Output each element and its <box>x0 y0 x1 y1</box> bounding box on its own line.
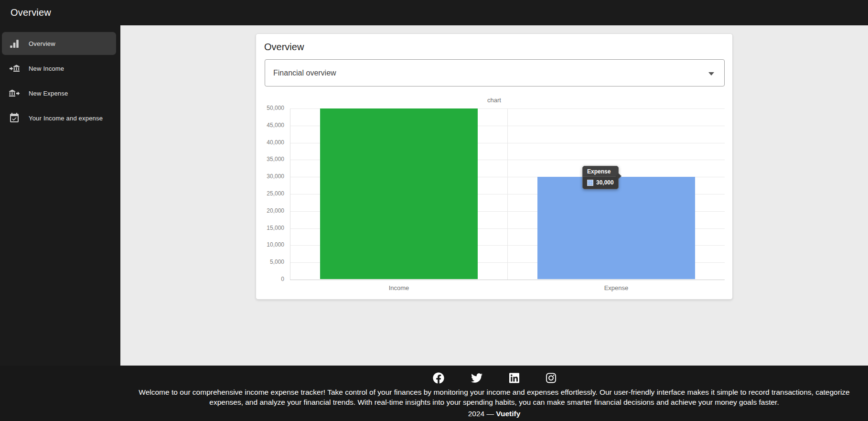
sidebar-item-overview[interactable]: Overview <box>2 32 116 55</box>
calendar-check-icon <box>9 112 20 124</box>
x-gridline <box>507 108 508 280</box>
sidebar-item-label: Your Income and expense <box>29 115 103 122</box>
y-axis-tick-label: 10,000 <box>256 241 284 248</box>
sidebar-item-label: New Expense <box>29 90 68 97</box>
social-links <box>120 366 868 384</box>
y-axis-tick-label: 15,000 <box>256 225 284 231</box>
y-axis-tick-label: 30,000 <box>256 173 284 180</box>
sidebar: Overview New Income New Expense Your Inc… <box>0 25 120 366</box>
footer-dash: — <box>486 410 494 418</box>
main-content: Overview Financial overview chart 50,000… <box>120 25 868 366</box>
sidebar-item-new-expense[interactable]: New Expense <box>2 82 116 105</box>
tooltip-value: 30,000 <box>596 179 614 186</box>
instagram-icon[interactable] <box>546 372 556 384</box>
overview-card: Overview Financial overview chart 50,000… <box>256 33 733 300</box>
y-axis-tick-label: 45,000 <box>256 122 284 129</box>
bar-income[interactable] <box>320 108 478 279</box>
sidebar-item-label: Overview <box>29 40 55 47</box>
footer-copyright: 2024 — Vuetify <box>120 410 868 418</box>
tooltip-title: Expense <box>583 166 618 177</box>
sidebar-item-your-income-and-expense[interactable]: Your Income and expense <box>2 107 116 130</box>
chart-tooltip: Expense 30,000 <box>582 166 619 189</box>
y-axis-tick-label: 5,000 <box>256 259 284 265</box>
y-axis-tick-label: 50,000 <box>256 105 284 111</box>
sidebar-item-label: New Income <box>29 65 64 72</box>
y-axis-tick-label: 25,000 <box>256 190 284 197</box>
y-axis-tick-label: 40,000 <box>256 139 284 146</box>
bank-transfer-out-icon <box>9 87 20 99</box>
y-axis-tick-label: 0 <box>256 276 284 282</box>
y-axis-tick-label: 20,000 <box>256 207 284 214</box>
sidebar-item-new-income[interactable]: New Income <box>2 57 116 80</box>
bar-expense[interactable] <box>537 177 695 279</box>
y-axis-tick-label: 35,000 <box>256 156 284 162</box>
y-axis-line <box>290 108 290 280</box>
footer-year: 2024 <box>468 410 484 418</box>
tooltip-series-swatch <box>587 180 593 186</box>
footer-brand: Vuetify <box>496 410 520 418</box>
app-bar: Overview <box>0 0 868 25</box>
x-axis-category-label: Income <box>370 284 428 291</box>
x-axis-category-label: Expense <box>588 284 645 291</box>
y-gridline <box>290 280 725 280</box>
chart: chart 50,00045,00040,00035,00030,00025,0… <box>256 34 732 299</box>
linkedin-icon[interactable] <box>509 372 519 384</box>
bar-chart-icon <box>9 38 20 49</box>
footer: Welcome to our comprehensive income expe… <box>0 366 868 421</box>
chart-title: chart <box>256 97 732 104</box>
app-bar-title: Overview <box>0 7 51 18</box>
footer-about-text: Welcome to our comprehensive income expe… <box>127 387 862 407</box>
bank-transfer-in-icon <box>9 63 20 74</box>
twitter-icon[interactable] <box>471 372 482 384</box>
facebook-icon[interactable] <box>433 372 444 384</box>
